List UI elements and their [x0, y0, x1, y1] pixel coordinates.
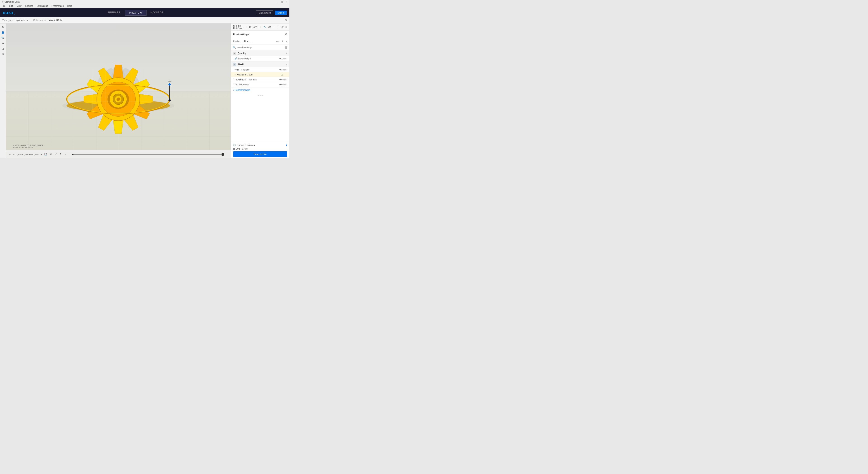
quality-section-title: Quality: [238, 52, 284, 55]
maximize-button[interactable]: □: [280, 0, 283, 4]
slider-handle-top[interactable]: [168, 83, 171, 86]
quality-profile-label[interactable]: Fine 0.1mm: [236, 25, 243, 30]
menu-file[interactable]: File: [1, 5, 6, 7]
main-toolbar: cura . PREPARE PREVIEW MONITOR Marketpla…: [0, 8, 289, 17]
tab-preview[interactable]: PREVIEW: [125, 10, 147, 15]
minimize-button[interactable]: ─: [276, 0, 279, 4]
print-settings-close[interactable]: ✕: [284, 33, 287, 36]
wall-line-count-refresh-icon[interactable]: ↺: [235, 73, 236, 76]
scrubber-handle[interactable]: [222, 153, 224, 156]
marketplace-button[interactable]: Marketplace: [256, 10, 273, 15]
fill-percentage-value[interactable]: 20%: [253, 26, 257, 28]
menu-extensions[interactable]: Extensions: [36, 5, 49, 7]
topbottom-thickness-name[interactable]: Top/Bottom Thickness: [235, 78, 275, 81]
object-name: CE3_AXIAL_TURBINE_WHEEL: [16, 144, 45, 146]
viewport[interactable]: ✏ CE3_AXIAL_TURBINE_WHEEL 90.0 x 90.0 x …: [6, 24, 230, 158]
recommended-label[interactable]: Recommended: [235, 89, 250, 91]
search-menu-icon[interactable]: ☰: [285, 46, 288, 49]
menu-help[interactable]: Help: [66, 5, 73, 7]
main-area: ↻ 👤 🔍 ✥ ⊞ ⊟: [0, 24, 289, 158]
view-type-value[interactable]: Layer view: [14, 19, 25, 22]
quality-section-header[interactable]: ≡ Quality ∨: [231, 50, 289, 56]
recommended-row[interactable]: ‹ Recommended: [231, 88, 289, 93]
material-value: 29g · 9.77m: [236, 147, 248, 150]
pencil-icon[interactable]: ✏: [8, 153, 12, 156]
menu-settings[interactable]: Settings: [24, 5, 34, 7]
adhesion-icon: ✦: [277, 26, 279, 28]
zoom-tool[interactable]: 🔍: [1, 36, 5, 40]
wall-thickness-value[interactable]: 0.8: [275, 68, 283, 71]
wall-line-count-name[interactable]: Wall Line Count: [237, 73, 275, 76]
tab-prepare[interactable]: PREPARE: [103, 10, 125, 15]
top-thickness-name[interactable]: Top Thickness: [235, 83, 275, 86]
search-input[interactable]: [237, 46, 284, 49]
layer-height-value[interactable]: 0.1: [275, 57, 283, 60]
layers-icon[interactable]: ≡: [64, 153, 67, 156]
quality-section-icon: ≡: [233, 52, 236, 55]
info-icon[interactable]: ℹ: [286, 143, 287, 147]
close-button[interactable]: ✕: [285, 0, 288, 4]
fill-percentage-icon: ⊞: [249, 26, 251, 28]
quality-bar: ≡ Fine 0.1mm | ⊞ 20% | 🔧 On | ✦ Off ✏: [231, 24, 289, 31]
view-chevron-icon[interactable]: ◀: [27, 19, 28, 22]
slider-track[interactable]: [169, 83, 170, 101]
layer-height-link-icon: 🔗: [235, 57, 237, 60]
mirror-tool[interactable]: ⊟: [1, 52, 5, 57]
topbottom-thickness-value[interactable]: 0.6: [275, 78, 283, 81]
print-icon[interactable]: 🖨: [49, 153, 53, 156]
settings-icon[interactable]: ⚙: [285, 19, 287, 22]
settings-icon-bottom[interactable]: ⚙: [59, 153, 62, 156]
adhesion-off-label[interactable]: Off: [281, 26, 283, 28]
shell-section-header[interactable]: A Shell ∨: [231, 62, 289, 67]
app-title: Ultimaker Cura: [4, 1, 20, 3]
menu-preferences[interactable]: Preferences: [51, 5, 65, 7]
more-settings-indicator: • • •: [231, 93, 289, 98]
support-on-label[interactable]: On: [268, 26, 271, 28]
menubar: File Edit View Settings Extensions Prefe…: [0, 4, 289, 8]
app-icon: 🖨: [1, 1, 4, 3]
profile-chevron-icon[interactable]: ∨: [285, 40, 287, 43]
rotate-icon-bottom[interactable]: ↺: [54, 153, 57, 156]
signin-button[interactable]: Sign In: [275, 11, 287, 15]
slider-handle-bottom[interactable]: [168, 99, 171, 101]
layer-scrubber[interactable]: ▶: [72, 154, 224, 155]
quality-section: ≡ Quality ∨ 🔗 Layer Height 0.1 mm: [231, 50, 289, 62]
wall-line-count-row: ↺ Wall Line Count 2: [231, 72, 289, 77]
shell-section-title: Shell: [238, 63, 284, 66]
layer-height-name[interactable]: Layer Height: [238, 57, 275, 60]
bottom-scrubber-bar: ✏ CE3_AXIAL_TURBINE_WHEEL 💾 🖨 ↺ ⚙ ≡ ▶: [6, 150, 230, 158]
titlebar-controls[interactable]: ─ □ ✕: [276, 0, 288, 4]
scale-tool[interactable]: ⊞: [1, 46, 5, 51]
edit-settings-icon[interactable]: ✏: [285, 26, 288, 29]
shell-section-chevron[interactable]: ∨: [285, 63, 287, 66]
nav-tabs: PREPARE PREVIEW MONITOR: [103, 10, 168, 15]
3d-model: [51, 50, 186, 140]
color-scheme-label: Color scheme: [33, 19, 47, 22]
person-tool[interactable]: 👤: [1, 30, 5, 35]
shell-section: A Shell ∨ Wall Thickness 0.8 mm ↺ Wall L…: [231, 62, 289, 88]
time-estimate: 🕐 6 hours 0 minutes: [233, 144, 255, 146]
wall-thickness-name[interactable]: Wall Thickness: [235, 68, 275, 71]
profile-star-icon[interactable]: ★: [281, 40, 284, 43]
color-scheme-value: Material Color: [49, 19, 63, 22]
tab-monitor[interactable]: MONITOR: [147, 10, 168, 15]
move-tool[interactable]: ✥: [1, 41, 5, 46]
shell-section-icon: A: [233, 63, 236, 66]
view-bar-right: ⚙: [285, 19, 287, 22]
menu-edit[interactable]: Edit: [8, 5, 14, 7]
quality-section-chevron[interactable]: ∨: [285, 52, 287, 55]
profile-menu-icon[interactable]: •••: [276, 39, 279, 43]
wall-line-count-value[interactable]: 2: [275, 73, 283, 76]
save-to-file-button[interactable]: Save to File: [233, 151, 287, 157]
left-toolbar: ↻ 👤 🔍 ✥ ⊞ ⊟: [0, 24, 6, 158]
top-thickness-unit: mm: [283, 83, 287, 86]
menu-view[interactable]: View: [16, 5, 22, 7]
rotate-tool[interactable]: ↻: [1, 25, 5, 29]
layer-slider[interactable]: 65: [168, 80, 171, 101]
view-types-label: View types: [2, 19, 13, 22]
top-thickness-value[interactable]: 0.6: [275, 83, 283, 86]
play-icon[interactable]: ▶: [72, 153, 74, 156]
topbottom-thickness-unit: mm: [283, 79, 287, 81]
time-value: 6 hours 0 minutes: [237, 144, 255, 146]
save-icon[interactable]: 💾: [44, 153, 48, 156]
